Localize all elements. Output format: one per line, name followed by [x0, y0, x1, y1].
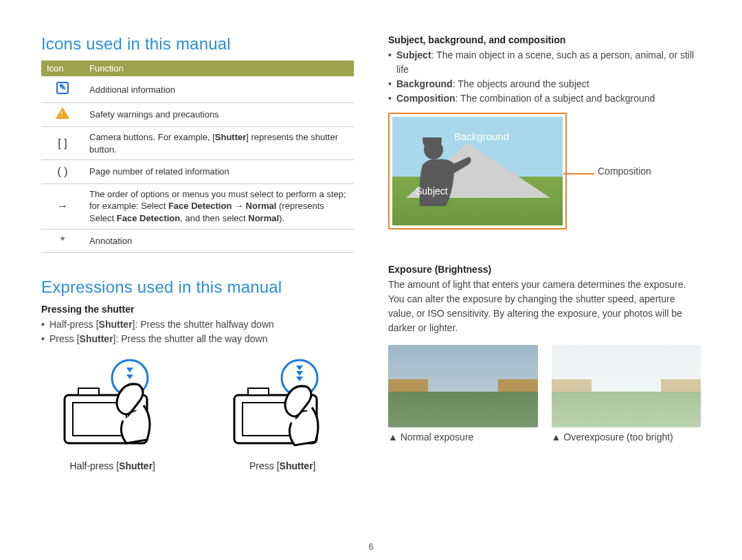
func-cell: Page number of related information — [84, 160, 354, 184]
list-item: Half-press [Shutter]: Press the shutter … — [41, 317, 354, 332]
table-row: * Annotation — [41, 229, 354, 253]
page-number: 6 — [368, 541, 373, 552]
normal-exposure-image — [388, 345, 538, 427]
text: Half-press [ — [70, 460, 120, 471]
text: ]: Press the shutter all the way down — [113, 333, 268, 344]
text: Press [ — [49, 333, 80, 344]
water-icon — [552, 392, 701, 427]
parens-icon: ( ) — [41, 160, 84, 184]
svg-point-12 — [424, 140, 443, 159]
diagram-scene: Background Subject — [392, 117, 563, 225]
arrow-icon: → — [41, 183, 84, 229]
table-row: → The order of options or menus you must… — [41, 183, 354, 229]
full-press-diagram: Press [Shutter] — [212, 357, 355, 471]
bold-text: Face Detection — [117, 213, 180, 223]
func-cell: Camera buttons. For example, [Shutter] r… — [84, 127, 354, 160]
camera-fullpress-icon — [227, 357, 337, 453]
bold-text: Normal — [248, 213, 279, 223]
table-row: [ ] Camera buttons. For example, [Shutte… — [41, 127, 354, 160]
func-cell: The order of options or menus you must s… — [84, 183, 354, 229]
table-row: Safety warnings and precautions — [41, 102, 354, 127]
info-icon — [56, 82, 69, 94]
list-item: Background: The objects around the subje… — [388, 77, 701, 91]
person-silhouette-icon — [405, 137, 480, 220]
half-press-diagram: Half-press [Shutter] — [41, 357, 184, 471]
icons-table: Icon Function Additional information Saf… — [41, 60, 354, 253]
table-row: Additional information — [41, 77, 354, 102]
warning-icon — [56, 107, 69, 119]
normal-exposure-block: ▲ Normal exposure — [388, 345, 538, 443]
th-function: Function — [84, 60, 354, 77]
over-exposure-image — [552, 345, 701, 427]
subject-label: Subject — [416, 186, 448, 197]
bold-text: Normal — [246, 201, 277, 211]
func-cell: Additional information — [84, 77, 354, 102]
heading-expressions: Expressions used in this manual — [41, 278, 354, 297]
exposure-title: Exposure (Brightness) — [388, 264, 701, 275]
shutter-diagrams: Half-press [Shutter] — [41, 357, 354, 471]
text: : The combination of a subject and backg… — [456, 93, 655, 104]
exposure-examples: ▲ Normal exposure ▲ Overexposure (too br… — [388, 345, 701, 443]
bold-text: Shutter — [99, 319, 133, 330]
text: ). — [279, 213, 284, 223]
full-press-caption: Press [Shutter] — [212, 460, 355, 471]
over-exposure-block: ▲ Overexposure (too bright) — [552, 345, 701, 443]
list-item: Composition: The combination of a subjec… — [388, 91, 701, 106]
pressing-list: Half-press [Shutter]: Press the shutter … — [41, 317, 354, 346]
half-press-caption: Half-press [Shutter] — [41, 460, 184, 471]
normal-exposure-caption: ▲ Normal exposure — [388, 432, 538, 443]
diagram-frame: Background Subject — [388, 113, 567, 229]
text: ] — [313, 460, 316, 471]
svg-rect-10 — [248, 388, 269, 395]
composition-leader-line — [563, 173, 594, 175]
exposure-text: The amount of light that enters your cam… — [388, 278, 701, 335]
sbc-title: Subject, background, and composition — [388, 34, 701, 45]
sbc-list: Subject: The main object in a scene, suc… — [388, 48, 701, 106]
bold-text: Shutter — [80, 333, 113, 344]
text: ] — [153, 460, 155, 471]
water-icon — [388, 392, 538, 427]
pressing-shutter-title: Pressing the shutter — [41, 304, 354, 315]
bold-text: Background — [396, 78, 453, 89]
warn-icon-cell — [41, 102, 84, 127]
composition-label: Composition — [598, 166, 651, 177]
text: → — [232, 201, 245, 211]
list-item: Subject: The main object in a scene, suc… — [388, 48, 701, 77]
bold-text: Face Detection — [168, 201, 232, 211]
text: Half-press [ — [49, 319, 99, 330]
over-exposure-caption: ▲ Overexposure (too bright) — [552, 432, 701, 443]
th-icon: Icon — [41, 60, 84, 77]
bold-text: Shutter — [215, 132, 247, 142]
composition-diagram: Background Subject Composition — [388, 113, 701, 243]
table-row: ( ) Page number of related information — [41, 160, 354, 184]
brackets-icon: [ ] — [41, 127, 84, 160]
bold-text: Shutter — [280, 460, 313, 471]
func-cell: Annotation — [84, 229, 354, 253]
bold-text: Subject — [396, 49, 431, 60]
camera-halfpress-icon — [58, 357, 168, 453]
text: , and then select — [180, 213, 248, 223]
bold-text: Shutter — [119, 460, 153, 471]
text: Camera buttons. For example, [ — [89, 132, 215, 142]
heading-icons: Icons used in this manual — [41, 34, 354, 54]
right-column: Subject, background, and composition Sub… — [388, 34, 701, 471]
bold-text: Composition — [396, 93, 456, 104]
svg-rect-4 — [78, 388, 99, 395]
text: : The main object in a scene, such as a … — [396, 49, 694, 75]
star-icon: * — [41, 229, 84, 253]
info-icon-cell — [41, 77, 84, 102]
text: ]: Press the shutter halfway down — [133, 319, 274, 330]
list-item: Press [Shutter]: Press the shutter all t… — [41, 332, 354, 346]
text: Press [ — [249, 460, 280, 471]
text: : The objects around the subject — [453, 78, 589, 89]
func-cell: Safety warnings and precautions — [84, 102, 354, 127]
left-column: Icons used in this manual Icon Function … — [41, 34, 354, 471]
